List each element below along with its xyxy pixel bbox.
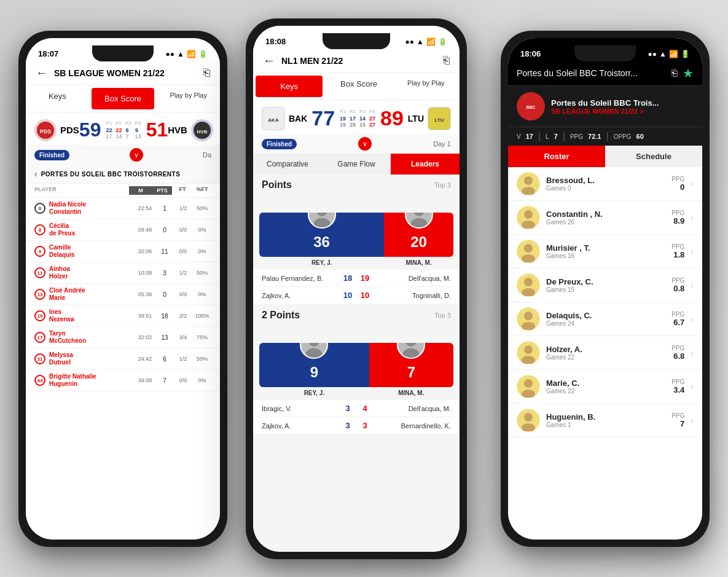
two-points-section-header: 2 Points Top 3	[253, 305, 460, 323]
tabs-center: Keys Box Score Play by Play	[253, 73, 460, 100]
stat-l-label: L	[546, 133, 549, 140]
roster-player-info: Murisier , T. Games 16	[546, 243, 665, 259]
svg-point-38	[524, 345, 533, 354]
leader-name-mina-pts: MINA, M.	[384, 259, 453, 266]
chevron-area-left: ∨	[76, 148, 197, 162]
sec-name-r2: Togninalli, D.	[374, 292, 451, 299]
points-leader-bar: 36 20	[259, 195, 453, 266]
leader-name-rey-2pts: REY, J.	[259, 390, 369, 396]
share-button-right[interactable]: ⎗	[671, 68, 678, 79]
chevron-back-team[interactable]: ‹	[34, 169, 37, 179]
roster-player-info: Holzer, A. Games 22	[546, 345, 665, 361]
sub-tabs-center: Comparative Game Flow Leaders	[253, 154, 460, 175]
share-button-center[interactable]: ⎗	[443, 54, 450, 67]
day-info-left: Da	[203, 151, 211, 159]
two-points-title: 2 Points	[262, 310, 300, 321]
table-row: 9 CamilleDelaquis 20:06 11 0/0 0%	[26, 241, 220, 262]
col-pts: PTS	[152, 186, 172, 195]
profile-team-info: Portes du Soleil BBC Trois... SB LEAGUE …	[551, 98, 659, 115]
roster-player-info: Huguenin, B. Games 1	[546, 412, 665, 428]
leader-score-rey-pts: 36	[313, 234, 330, 251]
roster-chevron[interactable]: ›	[691, 179, 694, 189]
score-section-left: PDS PDS 59 P1P2P3P4 222269	[26, 112, 220, 145]
roster-sub: Games 24	[546, 320, 665, 327]
league-name-right[interactable]: SB LEAGUE WOMEN 21/22 >	[551, 108, 659, 115]
team-logo-right: BBC	[517, 92, 545, 120]
tab-pbp-center[interactable]: Play by Play	[393, 73, 460, 100]
tab-keys-center[interactable]: Keys	[256, 76, 323, 97]
roster-sub: Games 22	[546, 354, 665, 361]
avatar-rey-2pts	[300, 343, 328, 359]
svg-text:HVB: HVB	[197, 129, 207, 135]
points-title: Points	[262, 179, 292, 190]
sec-name-l1: Palau Fernandez, B.	[262, 275, 339, 282]
points-section-header: Points Top 3	[253, 175, 460, 193]
svg-text:AKA: AKA	[268, 117, 279, 123]
secondary-points: Palau Fernandez, B. 18 19 Dell'acqua, M.…	[253, 270, 460, 304]
roster-stat: PPG 6.7	[671, 311, 684, 327]
score-left-center: 77	[311, 106, 335, 130]
sub-tab-gameflow[interactable]: Game Flow	[322, 154, 391, 175]
nav-bar-center: ← NL1 MEN 21/22 ⎗	[253, 49, 460, 73]
roster-sub: Games 0	[546, 185, 665, 192]
tab-schedule[interactable]: Schedule	[605, 146, 702, 167]
roster-chevron[interactable]: ›	[691, 415, 694, 425]
team-abbr-ltu: LTU	[408, 114, 424, 124]
stat-v-label: V	[517, 133, 521, 140]
nav-bar-left: ← SB LEAGUE WOMEN 21/22 ⎗	[26, 61, 220, 85]
tabs-left: Keys Box Score Play by Play	[26, 85, 220, 112]
notch-left	[92, 45, 154, 61]
player-name: Cloé AndréeMarie	[49, 287, 134, 302]
sub-tab-comparative[interactable]: Comparative	[253, 154, 322, 175]
roster-avatar	[517, 341, 540, 364]
roster-chevron[interactable]: ›	[691, 246, 694, 256]
tab-boxscore-center[interactable]: Box Score	[325, 73, 392, 100]
secondary-2pts: Ibragic, V. 3 4 Dell'acqua, M. Zajkov, A…	[253, 400, 460, 434]
svg-point-32	[524, 278, 533, 286]
roster-tabs: Roster Schedule	[508, 146, 702, 167]
table-row: 8 Céciliade Preux 09:48 0 0/0 0%	[26, 219, 220, 241]
svg-text:BBC: BBC	[526, 105, 535, 109]
sec-score-r1: 19	[356, 273, 374, 283]
team-logo-pds: PDS	[34, 119, 57, 141]
leader-score-mina-2pts: 7	[407, 364, 415, 381]
leader-name-rey-pts: REY, J.	[259, 259, 384, 266]
roster-chevron[interactable]: ›	[691, 348, 694, 358]
roster-chevron[interactable]: ›	[691, 213, 694, 222]
col-ft: FT	[172, 186, 193, 195]
tab-boxscore-left[interactable]: Box Score	[92, 88, 155, 109]
share-button-left[interactable]: ⎗	[203, 66, 210, 79]
roster-avatar	[517, 409, 540, 432]
tab-keys-left[interactable]: Keys	[26, 85, 89, 112]
star-icon[interactable]: ★	[683, 66, 694, 80]
scroll-down-left[interactable]: ∨	[130, 148, 143, 162]
roster-stat: PPG 7	[671, 412, 684, 428]
tab-roster[interactable]: Roster	[508, 146, 605, 167]
tab-pbp-left[interactable]: Play by Play	[157, 85, 220, 112]
roster-chevron[interactable]: ›	[691, 382, 694, 391]
nav-bar-right: Portes du Soleil BBC Troistorr... ⎗ ★	[508, 61, 702, 86]
time-left: 18:07	[38, 49, 58, 58]
back-button-center[interactable]: ←	[263, 53, 275, 68]
roster-avatar	[517, 240, 540, 263]
roster-stat: PPG 3.4	[671, 379, 684, 394]
scroll-down-center[interactable]: ∨	[358, 137, 372, 151]
player-name: MelyssaDutruel	[49, 351, 134, 366]
back-button-left[interactable]: ←	[36, 66, 48, 80]
team-abbr-bak: BAK	[289, 114, 307, 124]
roster-player-row: Murisier , T. Games 16 PPG 1.8 ›	[508, 235, 702, 269]
roster-chevron[interactable]: ›	[691, 314, 694, 324]
score-left-phone: 59	[79, 119, 101, 141]
player-name: Nadia NicoleConstantin	[49, 201, 134, 216]
roster-sub: Games 26	[546, 219, 665, 226]
nav-title-right: Portes du Soleil BBC Troistorr...	[517, 68, 671, 78]
roster-avatar	[517, 375, 540, 398]
roster-chevron[interactable]: ›	[691, 280, 694, 290]
table-row: 17 TarynMcCutcheon 32:02 13 3/4 75%	[26, 327, 220, 348]
nav-title-center: NL1 MEN 21/22	[281, 56, 443, 66]
scene: 18:07 ●● ▲ 📶 🔋 ← SB LEAGUE WOMEN 21/22 ⎗…	[0, 0, 728, 577]
roster-list: Bressoud, L. Games 0 PPG 0 › Constan	[508, 167, 702, 540]
team-section-name: PORTES DU SOLEIL BBC TROISTORRENTS	[41, 171, 181, 178]
roster-name: Holzer, A.	[546, 345, 665, 354]
sub-tab-leaders[interactable]: Leaders	[391, 154, 460, 175]
